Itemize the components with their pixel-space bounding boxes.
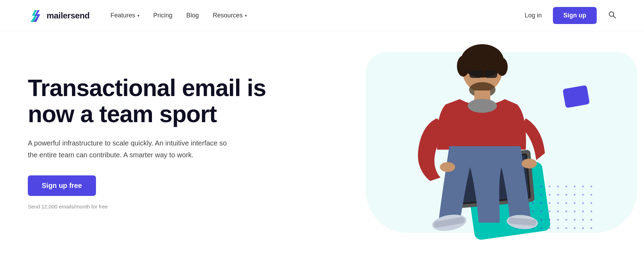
hero-left: Transactional email is now a team sport … [28,75,271,210]
logo-icon [28,8,43,23]
svg-line-4 [613,16,616,18]
navbar: mailersend Features ▾ Pricing Blog Resou… [0,0,644,31]
hero-subtitle: A powerful infrastructure to scale quick… [28,137,230,161]
hero-title: Transactional email is now a team sport [28,75,271,127]
chevron-down-icon: ▾ [137,13,139,18]
hero-illustration [380,38,574,247]
search-icon[interactable] [608,10,616,21]
cta-button[interactable]: Sign up free [28,175,96,196]
svg-point-24 [440,162,455,172]
cta-note: Send 12,000 emails/month for free [28,204,271,209]
nav-item-features[interactable]: Features ▾ [111,12,139,19]
nav-item-pricing[interactable]: Pricing [153,12,172,19]
nav-item-resources[interactable]: Resources ▾ [213,12,247,19]
nav-right: Log in Sign up [525,7,616,24]
login-link[interactable]: Log in [525,12,542,19]
svg-point-25 [522,159,537,168]
cta-wrapper: Sign up free Send 12,000 emails/month fo… [28,175,271,209]
svg-rect-9 [469,70,482,78]
logo[interactable]: mailersend [28,8,90,23]
hero-section: Transactional email is now a team sport … [0,31,644,253]
nav-item-blog[interactable]: Blog [186,12,199,19]
svg-point-7 [457,56,469,77]
chevron-down-icon: ▾ [245,13,247,18]
logo-text: mailersend [47,11,90,21]
signup-button[interactable]: Sign up [553,7,597,24]
hero-right [271,31,616,253]
nav-links: Features ▾ Pricing Blog Resources ▾ [111,12,525,19]
svg-rect-10 [485,70,497,78]
svg-point-16 [468,99,497,113]
